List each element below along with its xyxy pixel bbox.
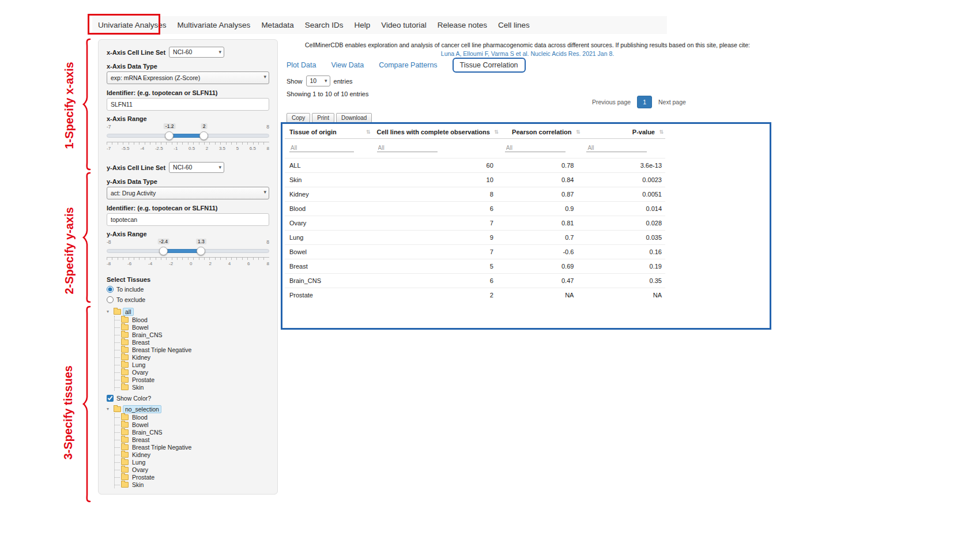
nav-item[interactable]: Video tutorial bbox=[381, 21, 427, 29]
show-color-row[interactable]: Show Color? bbox=[107, 394, 269, 403]
tab-view-data[interactable]: View Data bbox=[331, 61, 364, 69]
table-row[interactable]: Bowel 7 -0.6 0.16 bbox=[285, 245, 665, 259]
tick-label: 8 bbox=[266, 261, 269, 266]
table-row[interactable]: Prostate 2 NA NA bbox=[285, 288, 665, 303]
tree-item[interactable]: Breast bbox=[115, 436, 269, 443]
tick-label: 2 bbox=[206, 146, 208, 151]
table-row[interactable]: Skin 10 0.84 0.0023 bbox=[285, 173, 665, 187]
export-button[interactable]: Copy bbox=[287, 113, 310, 123]
slider-handle-from[interactable] bbox=[165, 131, 174, 140]
tree-item[interactable]: Blood bbox=[115, 413, 269, 421]
tree-item[interactable]: Blood bbox=[115, 316, 269, 323]
tree-item[interactable]: Kidney bbox=[115, 451, 269, 458]
tree-item[interactable]: Brain_CNS bbox=[115, 331, 269, 338]
export-button[interactable]: Download bbox=[336, 113, 372, 123]
tab-compare-patterns[interactable]: Compare Patterns bbox=[379, 61, 437, 69]
nav-item[interactable]: Multivariate Analyses bbox=[178, 21, 251, 29]
show-color-checkbox[interactable] bbox=[107, 395, 114, 402]
table-row[interactable]: Ovary 7 0.81 0.028 bbox=[285, 216, 665, 231]
tree-item[interactable]: Breast bbox=[115, 338, 269, 346]
cell-observations: 5 bbox=[372, 259, 500, 274]
x-axis-data-type-select[interactable]: exp: mRNA Expression (Z-Score) ▾ bbox=[107, 71, 269, 84]
col-header-tissue-of-origin[interactable]: Tissue of origin ⇅ bbox=[285, 126, 372, 139]
tissue-include-radio[interactable] bbox=[107, 286, 114, 293]
x-axis-data-type-label: x-Axis Data Type bbox=[107, 63, 269, 70]
tree-item-label: Kidney bbox=[130, 451, 152, 458]
tree-item[interactable]: Bowel bbox=[115, 421, 269, 428]
cell-observations: 2 bbox=[372, 288, 500, 303]
x-identifier-input[interactable] bbox=[107, 98, 269, 111]
tick-label: -2 bbox=[169, 261, 173, 266]
tree-item[interactable]: Prostate bbox=[115, 473, 269, 481]
col-header-pearson-correlation[interactable]: Pearson correlation ⇅ bbox=[500, 126, 582, 139]
table-row[interactable]: Kidney 8 0.87 0.0051 bbox=[285, 187, 665, 202]
entries-label: entries bbox=[334, 78, 353, 85]
col-header-cell-lines[interactable]: Cell lines with complete observations ⇅ bbox=[372, 126, 500, 139]
tree-toggle-icon[interactable]: ▾ bbox=[107, 406, 112, 412]
tree-item[interactable]: Kidney bbox=[115, 353, 269, 361]
tree-item-label: Skin bbox=[130, 384, 145, 391]
tree-item[interactable]: Bowel bbox=[115, 323, 269, 331]
tree-item[interactable]: Prostate bbox=[115, 376, 269, 383]
tree-item-label: Kidney bbox=[130, 354, 152, 361]
tree-item[interactable]: Brain_CNS bbox=[115, 428, 269, 436]
page-number-button[interactable]: 1 bbox=[637, 96, 652, 108]
table-row[interactable]: Brain_CNS 6 0.47 0.35 bbox=[285, 274, 665, 288]
slider-max-label: 8 bbox=[266, 239, 269, 245]
tree-toggle-icon[interactable]: ▾ bbox=[107, 309, 112, 314]
tree-item[interactable]: Breast Triple Negative bbox=[115, 443, 269, 451]
tree-item[interactable]: Lung bbox=[115, 361, 269, 368]
cell-pearson: 0.87 bbox=[500, 187, 582, 202]
tree-item-label: Brain_CNS bbox=[130, 429, 164, 436]
filter-cell-lines-input[interactable] bbox=[377, 144, 438, 152]
tree-item[interactable]: Skin bbox=[115, 383, 269, 391]
table-row[interactable]: Breast 5 0.69 0.19 bbox=[285, 259, 665, 274]
previous-page-button[interactable]: Previous page bbox=[587, 96, 636, 108]
nav-item[interactable]: Metadata bbox=[261, 21, 293, 29]
tab-plot-data[interactable]: Plot Data bbox=[287, 61, 316, 69]
tissue-exclude-radio-row[interactable]: To exclude bbox=[107, 295, 269, 304]
folder-icon bbox=[121, 444, 129, 450]
filter-p-value-input[interactable] bbox=[586, 144, 647, 152]
tree-root-label[interactable]: no_selection bbox=[123, 405, 161, 413]
slider-handle-to[interactable] bbox=[197, 247, 205, 255]
tissue-exclude-radio[interactable] bbox=[107, 296, 114, 303]
nav-item[interactable]: Cell lines bbox=[498, 21, 530, 29]
y-identifier-input[interactable] bbox=[107, 213, 269, 226]
tissue-include-radio-row[interactable]: To include bbox=[107, 285, 269, 294]
tree-item[interactable]: Lung bbox=[115, 458, 269, 466]
tree-item[interactable]: Ovary bbox=[115, 466, 269, 473]
slider-handle-from[interactable] bbox=[159, 247, 168, 255]
filter-pearson-input[interactable] bbox=[505, 144, 566, 152]
export-button[interactable]: Print bbox=[312, 113, 334, 123]
col-header-p-value[interactable]: P-value ⇅ bbox=[582, 126, 665, 139]
citation-link[interactable]: Luna A, Elloumi F, Varma S et al. Nuclei… bbox=[284, 50, 771, 57]
slider-handle-to[interactable] bbox=[199, 131, 208, 140]
y-axis-data-type-select[interactable]: act: Drug Activity ▾ bbox=[107, 187, 269, 199]
table-row[interactable]: Blood 6 0.9 0.014 bbox=[285, 202, 665, 216]
cell-observations: 7 bbox=[372, 216, 500, 231]
next-page-button[interactable]: Next page bbox=[653, 96, 691, 108]
slider-min-label: -8 bbox=[107, 239, 111, 245]
table-row[interactable]: ALL 60 0.78 3.6e-13 bbox=[285, 158, 665, 173]
tree-item[interactable]: Skin bbox=[115, 481, 269, 488]
nav-item[interactable]: Release notes bbox=[438, 21, 487, 29]
y-axis-cell-line-set-select[interactable]: NCI-60 ▾ bbox=[169, 162, 224, 173]
nav-item[interactable]: Help bbox=[354, 21, 370, 29]
x-axis-cell-line-set-select[interactable]: NCI-60 ▾ bbox=[169, 47, 224, 58]
tree-root-label[interactable]: all bbox=[123, 308, 134, 316]
y-axis-range-slider[interactable]: -8 8 -2.4 1.3 -8-6-4-202468 bbox=[107, 239, 269, 270]
nav-item[interactable]: Search IDs bbox=[305, 21, 344, 29]
tree-item[interactable]: Breast Triple Negative bbox=[115, 346, 269, 353]
tab-tissue-correlation[interactable]: Tissue Correlation bbox=[453, 58, 526, 73]
tick-label: 8 bbox=[267, 146, 269, 151]
tree-item[interactable]: Ovary bbox=[115, 368, 269, 376]
slider-active-bar bbox=[164, 249, 201, 253]
filter-tissue-input[interactable] bbox=[289, 144, 354, 152]
tick-label: 6.5 bbox=[250, 146, 256, 151]
x-axis-range-slider[interactable]: -7 8 -1.2 2 -7-5.5-4-2.5-10.523.556.58 bbox=[107, 124, 269, 155]
table-row[interactable]: Lung 9 0.7 0.035 bbox=[285, 231, 665, 245]
tree-item-label: Lung bbox=[130, 361, 147, 368]
entries-count-select[interactable]: 10 ▾ bbox=[306, 76, 330, 86]
show-color-label: Show Color? bbox=[116, 395, 151, 402]
